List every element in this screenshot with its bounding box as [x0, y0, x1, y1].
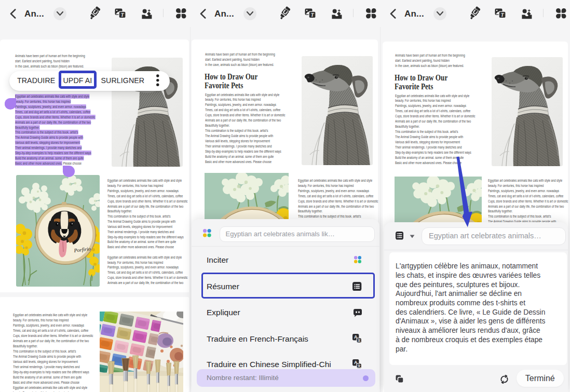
svg-text:文: 文	[357, 364, 361, 368]
svg-text:文: 文	[357, 339, 361, 342]
